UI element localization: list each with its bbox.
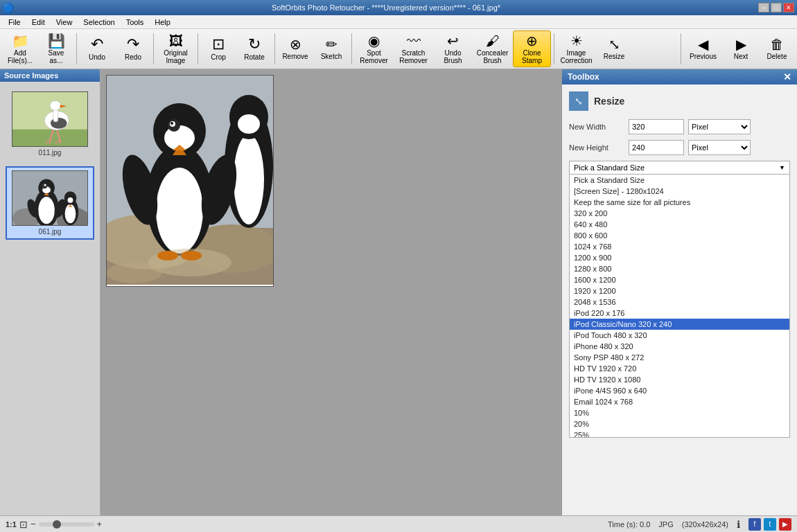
previous-button[interactable]: ◀ Previous bbox=[684, 30, 722, 67]
dropdown-arrow-icon: ▼ bbox=[779, 164, 785, 171]
toolbox-header: Toolbox ✕ bbox=[562, 69, 797, 85]
fit-view-icon[interactable]: ⊡ bbox=[19, 519, 28, 530]
canvas-image bbox=[106, 75, 274, 287]
close-button[interactable]: ✕ bbox=[783, 3, 794, 12]
add-files-button[interactable]: 📁 AddFile(s)... bbox=[3, 30, 37, 67]
size-option-2048x1536[interactable]: 2048 x 1536 bbox=[570, 296, 789, 308]
size-option-1200x900[interactable]: 1200 x 900 bbox=[570, 252, 789, 263]
remove-button[interactable]: ⊗ Remove bbox=[278, 30, 313, 67]
image-correction-button[interactable]: ☀ ImageCorrection bbox=[557, 30, 595, 67]
scratch-remover-button[interactable]: 〰 ScratchRemover bbox=[394, 30, 432, 67]
size-option-screen[interactable]: [Screen Size] - 1280x1024 bbox=[570, 186, 789, 197]
size-option-ipod220[interactable]: iPod 220 x 176 bbox=[570, 308, 789, 319]
std-size-dropdown: Pick a Standard Size ▼ Pick a Standard S… bbox=[569, 161, 790, 438]
penguin-thumbnail-svg bbox=[12, 170, 87, 226]
menu-edit[interactable]: Edit bbox=[26, 17, 51, 28]
size-option-pick[interactable]: Pick a Standard Size bbox=[570, 175, 789, 186]
save-as-icon: 💾 bbox=[48, 34, 65, 48]
std-size-current: Pick a Standard Size bbox=[574, 163, 645, 172]
info-icon[interactable]: ℹ bbox=[737, 519, 740, 530]
save-as-button[interactable]: 💾 Saveas... bbox=[39, 30, 73, 67]
maximize-button[interactable]: □ bbox=[771, 3, 782, 12]
minimize-button[interactable]: ─ bbox=[758, 3, 769, 12]
new-width-input[interactable] bbox=[629, 119, 684, 134]
delete-button[interactable]: 🗑 Delete bbox=[760, 30, 794, 67]
original-image-button[interactable]: 🖼 OriginalImage bbox=[157, 30, 195, 67]
statusbar: 1:1 ⊡ − + Time (s): 0.0 JPG (320x426x24)… bbox=[0, 515, 797, 532]
size-option-keep[interactable]: Keep the same size for all pictures bbox=[570, 197, 789, 208]
titlebar: 🔵 SoftOrbits Photo Retoucher - ****Unreg… bbox=[0, 0, 797, 15]
format-label: JPG bbox=[658, 520, 673, 529]
size-option-20pct[interactable]: 20% bbox=[570, 418, 789, 429]
svg-point-46 bbox=[238, 114, 260, 134]
separator-2 bbox=[153, 33, 154, 64]
youtube-icon[interactable]: ▶ bbox=[779, 518, 791, 531]
crop-button[interactable]: ⊡ Crop bbox=[201, 30, 236, 67]
size-option-1280x800[interactable]: 1280 x 800 bbox=[570, 263, 789, 274]
next-button[interactable]: ▶ Next bbox=[724, 30, 758, 67]
size-option-email[interactable]: Email 1024 x 768 bbox=[570, 396, 789, 407]
toolbox-header-title: Toolbox bbox=[568, 72, 599, 82]
size-option-ipodtouch[interactable]: iPod Touch 480 x 320 bbox=[570, 330, 789, 341]
zoom-slider[interactable] bbox=[39, 522, 94, 526]
scratch-remover-icon: 〰 bbox=[407, 34, 421, 48]
toolbox-tool-title: Resize bbox=[594, 96, 624, 107]
menu-selection[interactable]: Selection bbox=[78, 17, 120, 28]
new-height-label: New Height bbox=[569, 143, 624, 152]
image-thumb-box-011 bbox=[12, 91, 88, 147]
new-width-row: New Width Pixel Percent bbox=[569, 119, 790, 134]
size-option-640x480[interactable]: 640 x 480 bbox=[570, 219, 789, 230]
size-option-25pct[interactable]: 25% bbox=[570, 429, 789, 438]
size-option-10pct[interactable]: 10% bbox=[570, 407, 789, 418]
size-option-ipodclassic[interactable]: iPod Classic/Nano 320 x 240 bbox=[570, 319, 789, 330]
redo-icon: ↷ bbox=[127, 37, 139, 52]
time-label: Time (s): 0.0 bbox=[608, 520, 650, 529]
size-option-iphone4[interactable]: iPone 4/4S 960 x 640 bbox=[570, 385, 789, 396]
menu-tools[interactable]: Tools bbox=[121, 17, 150, 28]
size-option-1024x768[interactable]: 1024 x 768 bbox=[570, 241, 789, 252]
size-option-1600x1200[interactable]: 1600 x 1200 bbox=[570, 274, 789, 285]
height-unit-select[interactable]: Pixel Percent bbox=[688, 140, 751, 155]
menu-view[interactable]: View bbox=[51, 17, 78, 28]
menu-help[interactable]: Help bbox=[149, 17, 176, 28]
main-area: Source Images bbox=[0, 69, 797, 515]
resize-tool-icon: ⤡ bbox=[569, 91, 588, 111]
image-thumb-061[interactable]: 061.jpg bbox=[6, 166, 94, 240]
svg-point-50 bbox=[107, 263, 162, 283]
canvas-area[interactable] bbox=[100, 69, 561, 515]
separator-5 bbox=[351, 33, 352, 64]
size-option-hdtv1080[interactable]: HD TV 1920 x 1080 bbox=[570, 374, 789, 385]
toolbox-close-button[interactable]: ✕ bbox=[783, 72, 791, 82]
social-icons: f t ▶ bbox=[748, 518, 791, 531]
image-thumb-011[interactable]: 011.jpg bbox=[6, 87, 94, 161]
rotate-button[interactable]: ↻ Rotate bbox=[237, 30, 272, 67]
size-option-hdtv720[interactable]: HD TV 1920 x 720 bbox=[570, 363, 789, 374]
clone-stamp-button[interactable]: ⊕ CloneStamp bbox=[513, 30, 551, 67]
svg-point-21 bbox=[44, 184, 46, 186]
concealer-brush-icon: 🖌 bbox=[486, 34, 500, 48]
size-option-iphone[interactable]: iPhone 480 x 320 bbox=[570, 341, 789, 352]
sketch-button[interactable]: ✏ Sketch bbox=[314, 30, 349, 67]
size-option-psp[interactable]: Sony PSP 480 x 272 bbox=[570, 352, 789, 363]
separator-right bbox=[681, 33, 681, 64]
toolbox-panel: Toolbox ✕ ⤡ Resize New Width Pixel Perce… bbox=[561, 69, 797, 515]
undo-brush-button[interactable]: ↩ UndoBrush bbox=[434, 30, 472, 67]
size-option-320x200[interactable]: 320 x 200 bbox=[570, 208, 789, 219]
svg-point-9 bbox=[51, 118, 67, 129]
size-option-800x600[interactable]: 800 x 600 bbox=[570, 230, 789, 241]
size-option-1920x1200[interactable]: 1920 x 1200 bbox=[570, 285, 789, 296]
zoom-out-button[interactable]: − bbox=[30, 519, 36, 529]
std-size-list[interactable]: Pick a Standard Size [Screen Size] - 128… bbox=[569, 175, 790, 438]
concealer-brush-button[interactable]: 🖌 ConcealerBrush bbox=[473, 30, 511, 67]
resize-button[interactable]: ⤡ Resize bbox=[597, 30, 631, 67]
menu-file[interactable]: File bbox=[3, 17, 26, 28]
zoom-in-button[interactable]: + bbox=[97, 519, 103, 529]
redo-button[interactable]: ↷ Redo bbox=[116, 30, 150, 67]
std-size-header[interactable]: Pick a Standard Size ▼ bbox=[569, 161, 790, 175]
width-unit-select[interactable]: Pixel Percent bbox=[688, 119, 751, 134]
undo-button[interactable]: ↶ Undo bbox=[80, 30, 114, 67]
spot-remover-button[interactable]: ◉ SpotRemover bbox=[355, 30, 393, 67]
new-height-input[interactable] bbox=[629, 140, 684, 155]
twitter-icon[interactable]: t bbox=[764, 518, 776, 531]
facebook-icon[interactable]: f bbox=[748, 518, 761, 531]
